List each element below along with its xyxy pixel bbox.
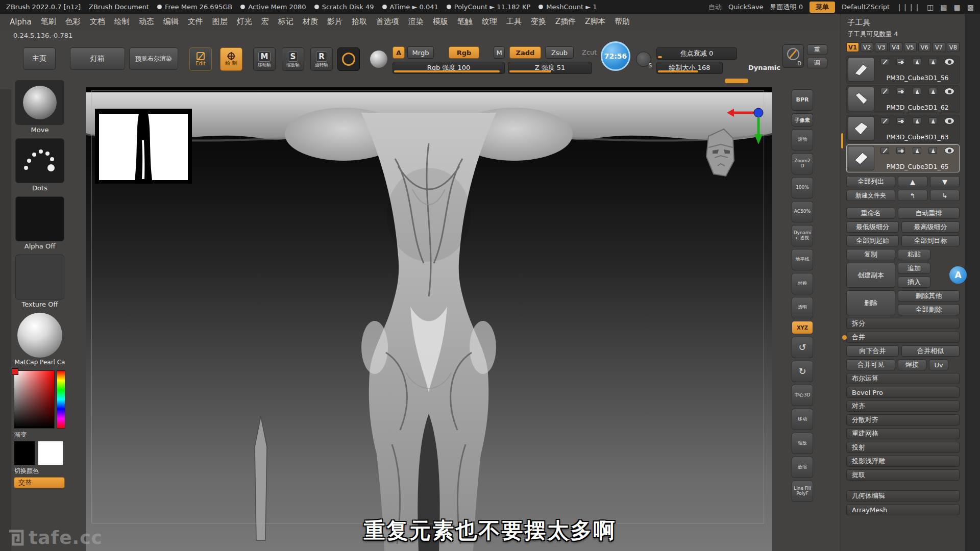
insert-button[interactable]: 插入 — [898, 277, 930, 288]
weld-button[interactable]: 焊接 — [898, 359, 926, 370]
dynamic-slider-handle[interactable] — [725, 79, 748, 83]
bpr-button[interactable]: BPR — [792, 89, 813, 111]
zsub-button[interactable]: Zsub — [545, 46, 574, 59]
merge-down-button[interactable]: 向下合并 — [846, 345, 899, 357]
zadd-button[interactable]: Zadd — [509, 46, 541, 59]
zoom2d-button[interactable]: Zoom2D — [792, 153, 813, 174]
brush-selector[interactable]: Move — [13, 80, 67, 134]
m-button[interactable]: M — [494, 46, 505, 59]
menu-item[interactable]: Z脚本 — [580, 16, 610, 28]
polypaint-icon[interactable] — [880, 147, 889, 154]
polypaint-icon[interactable] — [880, 117, 889, 124]
main-color-swatch[interactable] — [14, 441, 35, 465]
spix-button[interactable]: 子像素 — [792, 113, 813, 127]
visibility-eye-icon[interactable] — [944, 117, 954, 124]
uv-button[interactable]: Uv — [929, 359, 948, 370]
gradient-label[interactable]: 渐变 — [14, 431, 67, 439]
scroll-button[interactable]: 滚动 — [792, 129, 813, 151]
brush-icon[interactable] — [928, 88, 937, 95]
subtool-thumbnail[interactable] — [848, 57, 874, 82]
alpha-selector[interactable]: Alpha Off — [13, 196, 67, 250]
subtool-slider-icon[interactable] — [896, 88, 905, 95]
draw-size-slider[interactable]: 绘制大小 168 — [656, 62, 723, 74]
quicksave-button[interactable]: QuickSave — [728, 3, 764, 11]
z-intensity-slider[interactable]: Z 强度 51 — [508, 62, 592, 74]
rgb-button[interactable]: Rgb — [449, 46, 479, 59]
tab-v3[interactable]: V3 — [875, 42, 888, 52]
subtool-thumbnail[interactable] — [848, 146, 874, 170]
material-thumbnail[interactable] — [15, 313, 64, 358]
falloff-dial-icon[interactable]: S — [636, 52, 651, 67]
tab-v5[interactable]: V5 — [904, 42, 917, 52]
mrgb-button[interactable]: Mrgb — [407, 46, 434, 59]
ac50-button[interactable]: AC50% — [792, 201, 813, 222]
saturation-value-box[interactable] — [14, 370, 55, 429]
polyframe-button[interactable]: Line Fill PolyF — [792, 481, 813, 502]
texture-selector[interactable]: Texture Off — [13, 255, 67, 308]
brush-icon[interactable] — [928, 147, 937, 154]
lowest-subdiv-button[interactable]: 最低级细分 — [846, 221, 899, 233]
menu-item[interactable]: 首选项 — [372, 16, 404, 28]
menu-item[interactable]: 灯光 — [232, 16, 257, 28]
hue-strip[interactable] — [57, 370, 65, 429]
polypaint-icon[interactable] — [880, 88, 889, 95]
split-section[interactable]: 拆分 — [846, 318, 960, 329]
subtool-thumbnail[interactable] — [848, 116, 874, 141]
duplicate-button[interactable]: 创建副本 — [846, 263, 895, 288]
clipped-top-button[interactable]: 重 — [807, 44, 827, 55]
move-gyro-button[interactable]: M 移动轴 — [253, 47, 276, 71]
pen-d-button[interactable]: D — [782, 44, 804, 68]
subtool-slider-icon[interactable] — [896, 147, 905, 154]
menu-item[interactable]: 笔触 — [453, 16, 477, 28]
menu-item[interactable]: 图层 — [208, 16, 232, 28]
ui-transparency-button[interactable]: 界面透明 0 — [770, 3, 803, 12]
menu-item[interactable]: 影片 — [323, 16, 347, 28]
home-button[interactable]: 主页 — [23, 47, 56, 70]
zcut-label[interactable]: Zcut — [582, 48, 597, 56]
menu-item[interactable]: 变换 — [526, 16, 551, 28]
menu-item[interactable]: 色彩 — [61, 16, 85, 28]
preview-boolean-button[interactable]: 预览布尔渲染 — [129, 47, 178, 70]
merge-similar-button[interactable]: 合并相似 — [901, 345, 960, 357]
menu-item[interactable]: 帮助 — [610, 16, 634, 28]
send-up-button[interactable]: ↰ — [898, 190, 927, 201]
subtool-scrollbar[interactable] — [841, 133, 843, 148]
array-mesh-section[interactable]: ArrayMesh — [846, 504, 960, 515]
list-all-button[interactable]: 全部列出 — [846, 176, 895, 187]
move-up-button[interactable]: ▲ — [898, 176, 927, 187]
subtool-thumbnail[interactable] — [848, 87, 874, 111]
align-section[interactable]: 对齐 — [846, 400, 960, 412]
subtool-row[interactable]: PM3D_Cube3D1_63 — [846, 115, 960, 143]
menu-item[interactable]: 笔刷 — [36, 16, 61, 28]
texture-thumbnail[interactable] — [15, 255, 64, 299]
menu-item[interactable]: 模版 — [428, 16, 453, 28]
divider-icon[interactable]: ❘❘❘❘ — [896, 3, 920, 11]
extract-section[interactable]: 提取 — [846, 469, 960, 481]
panel-icon[interactable]: ▦ — [954, 3, 961, 11]
clipped-bottom-button[interactable]: 调 — [807, 58, 827, 68]
transparency-button[interactable]: 透明 — [792, 297, 813, 318]
current-brush-button[interactable] — [337, 47, 360, 71]
alpha-thumbnail[interactable] — [15, 196, 64, 241]
menu-item[interactable]: Z插件 — [551, 16, 580, 28]
subtool-row[interactable]: PM3D_Cube3D1_56 — [846, 56, 960, 84]
brush-icon[interactable] — [928, 117, 937, 124]
merge-visible-button[interactable]: 合并可见 — [846, 359, 895, 370]
remesh-section[interactable]: 重建网格 — [846, 428, 960, 439]
menu-item[interactable]: 动态 — [134, 16, 159, 28]
visibility-eye-icon[interactable] — [944, 147, 954, 154]
session-timer[interactable]: 72:56 — [601, 41, 630, 71]
project-section[interactable]: 投射 — [846, 442, 960, 453]
menu-item[interactable]: 绘制 — [110, 16, 134, 28]
zoom-viewport-button[interactable]: 放缩 — [792, 457, 813, 478]
menu-item[interactable]: 文档 — [85, 16, 110, 28]
zscript-selector[interactable]: DefaultZScript — [842, 3, 890, 11]
color-picker[interactable] — [14, 370, 67, 429]
bevel-pro-section[interactable]: Bevel Pro — [846, 387, 960, 398]
secondary-color-swatch[interactable] — [38, 441, 63, 465]
menu-item[interactable]: 工具 — [502, 16, 526, 28]
scale-viewport-button[interactable]: 缩放 — [792, 433, 813, 454]
move-viewport-button[interactable]: 移动 — [792, 409, 813, 430]
actual-size-button[interactable]: 100% — [792, 177, 813, 198]
alternate-button[interactable]: 交替 — [14, 477, 65, 488]
